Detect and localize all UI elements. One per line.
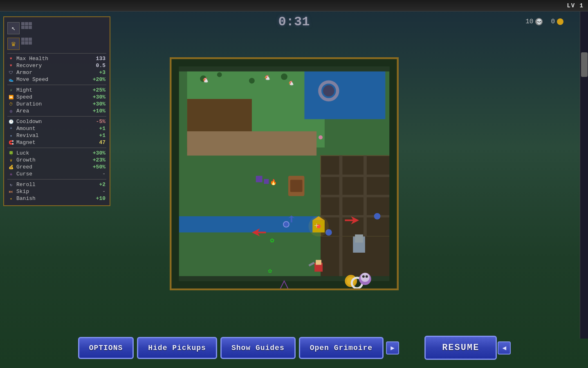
stat-greed-label: 💰 Greed (8, 164, 32, 170)
duration-icon: ⏱ (8, 101, 14, 107)
magnet-icon: 🧲 (8, 140, 14, 146)
stat-cooldown-label: 🕐 Cooldown (8, 119, 42, 125)
stat-growth-value: +23% (93, 157, 105, 163)
kill-count: 10 (525, 18, 533, 25)
area-icon: ◎ (8, 108, 14, 114)
speed-icon: ⏩ (8, 94, 14, 100)
svg-point-30 (323, 85, 334, 96)
stat-armor-value: +3 (99, 70, 105, 76)
stat-curse-value: - (102, 171, 105, 177)
scrollbar[interactable] (580, 11, 588, 339)
svg-point-57 (283, 222, 289, 227)
cursor-icon: ↖ (11, 24, 16, 32)
svg-point-32 (374, 213, 381, 220)
arrow-right-button[interactable]: ▶ (386, 341, 399, 355)
cursor-icon-box: ↖ (7, 22, 20, 34)
show-guides-button[interactable]: Show Guides (220, 337, 296, 359)
stat-amount-label: + Amount (8, 126, 36, 132)
stat-recovery-value: 0.5 (96, 63, 105, 69)
stats-divider-5 (7, 179, 106, 180)
stat-reroll: ↻ Reroll +2 (7, 181, 106, 188)
luck-icon: 🍀 (8, 150, 14, 156)
level-display: LV 1 (567, 2, 584, 9)
svg-point-25 (281, 74, 287, 80)
character-icons-row2: ♛ (7, 36, 106, 52)
map-container: 🐔 🐔 🐔 ✿ ✿ (170, 57, 399, 290)
resume-button[interactable]: RESUME (424, 336, 497, 360)
stat-magnet-label: 🧲 Magnet (8, 139, 36, 146)
banish-icon: ✦ (8, 196, 14, 202)
revival-icon: ✦ (8, 133, 14, 139)
stat-duration-label: ⏱ Duration (8, 101, 42, 107)
stat-duration-value: +30% (93, 101, 105, 107)
stat-banish-label: ✦ Banish (8, 195, 36, 202)
stat-banish: ✦ Banish +10 (7, 195, 106, 202)
stat-greed-value: +50% (93, 164, 105, 170)
skull-icon: 💀 (535, 18, 543, 25)
stat-luck: 🍀 Luck +30% (7, 150, 106, 157)
kill-counter: 10 💀 (525, 18, 543, 25)
reroll-icon: ↻ (8, 182, 14, 188)
svg-rect-20 (179, 67, 389, 72)
top-bar: LV 1 (0, 0, 588, 11)
armor-icon: 🛡 (8, 70, 14, 76)
crown-icon-box: ♛ (7, 38, 20, 50)
stat-cooldown-value: -5% (96, 119, 105, 125)
svg-point-54 (362, 275, 365, 278)
stat-cooldown: 🕐 Cooldown -5% (7, 118, 106, 125)
svg-text:🐔: 🐔 (288, 80, 294, 86)
stat-magnet-value: 47 (99, 139, 105, 146)
svg-point-56 (319, 135, 323, 139)
amount-icon: + (8, 126, 14, 132)
greed-icon: 💰 (8, 164, 14, 170)
curse-icon: ☠ (8, 171, 14, 177)
health-icon: ♥ (8, 56, 14, 62)
stat-magnet: 🧲 Magnet 47 (7, 139, 106, 146)
arrow-left-button[interactable]: ◀ (498, 341, 511, 355)
stat-armor: 🛡 Armor +3 (7, 69, 106, 76)
svg-rect-61 (264, 179, 269, 184)
stat-move-speed-value: +20% (93, 76, 105, 83)
stat-luck-label: 🍀 Luck (8, 150, 29, 156)
stat-speed: ⏩ Speed +30% (7, 94, 106, 101)
stats-panel: ↖ ♛ (3, 16, 110, 206)
stat-area: ◎ Area +10% (7, 108, 106, 114)
coin-icon (557, 18, 563, 25)
svg-text:🐔: 🐔 (202, 77, 209, 83)
svg-rect-6 (187, 131, 317, 155)
svg-rect-60 (290, 180, 303, 192)
stats-divider-1 (7, 53, 106, 54)
stat-greed: 💰 Greed +50% (7, 164, 106, 171)
timer-display: 0:31 (278, 14, 310, 29)
stat-curse: ☠ Curse - (7, 171, 106, 177)
svg-rect-19 (389, 58, 397, 289)
svg-point-53 (361, 273, 370, 282)
stat-amount-value: +1 (99, 126, 105, 132)
open-grimoire-button[interactable]: Open Grimoire (299, 337, 384, 359)
stat-skip-label: ⏭ Skip (8, 188, 29, 195)
stat-duration: ⏱ Duration +30% (7, 101, 106, 108)
hide-pickups-button[interactable]: Hide Pickups (137, 337, 217, 359)
grid-icons2 (21, 38, 32, 50)
growth-icon: ♛ (8, 157, 14, 163)
svg-rect-31 (256, 176, 263, 182)
stat-move-speed: 👟 Move Speed +20% (7, 76, 106, 83)
options-button[interactable]: OPTIONS (78, 337, 134, 359)
stat-skip-value: - (102, 188, 105, 195)
stat-recovery-label: ♥ Recovery (8, 63, 42, 69)
grid-icons (21, 22, 32, 34)
svg-text:🔥: 🔥 (270, 179, 277, 186)
stat-speed-label: ⏩ Speed (8, 94, 32, 100)
stat-growth: ♛ Growth +23% (7, 157, 106, 164)
svg-rect-16 (171, 58, 397, 67)
stat-revival-label: ✦ Revival (8, 132, 39, 139)
recovery-icon: ♥ (8, 63, 14, 69)
stat-max-health-value: 133 (96, 56, 105, 62)
character-icons: ↖ (7, 20, 106, 36)
counters: 10 💀 0 (525, 18, 563, 25)
scrollbar-thumb[interactable] (581, 52, 588, 77)
svg-text:✿: ✿ (270, 236, 274, 245)
svg-point-64 (308, 216, 328, 236)
svg-point-55 (366, 275, 368, 278)
stat-amount: + Amount +1 (7, 125, 106, 132)
